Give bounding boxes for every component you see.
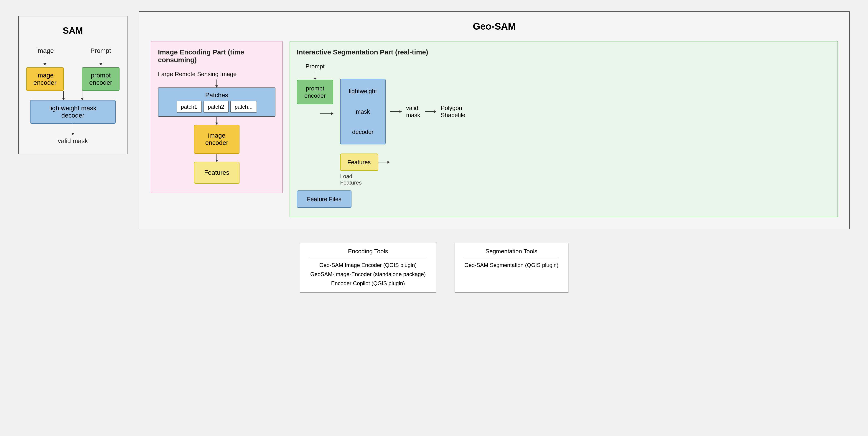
prompt-encoder-box: prompt encoder: [82, 67, 120, 91]
prompt-encoder-label: prompt encoder: [89, 72, 112, 86]
sam-content: Image image encoder Prompt: [30, 47, 116, 145]
seg-prompt-encoder-box: prompt encoder: [297, 80, 333, 104]
encoding-content: Large Remote Sensing Image Patches patch…: [158, 70, 275, 183]
seg-prompt-encoder-label: prompt encoder: [304, 85, 326, 99]
prompt-to-enc-arrow: [315, 72, 315, 80]
encoder-to-features-arrow: [216, 154, 217, 162]
features-row: Features: [340, 153, 390, 171]
encoding-tool-1: Geo-SAM Image Encoder (QGIS plugin): [309, 261, 427, 270]
seg-content: Prompt prompt encoder: [297, 63, 831, 208]
sam-inputs: Image image encoder Prompt: [26, 47, 120, 91]
seg-decoder-col: lightweight mask decoder: [340, 79, 466, 186]
mask-to-poly-arrow: [425, 111, 436, 112]
mask-decoder-label: lightweight mask decoder: [50, 105, 96, 119]
image-encoder-box: image encoder: [26, 67, 64, 91]
encoding-part: Image Encoding Part (time consuming) Lar…: [151, 41, 283, 193]
patch2: patch2: [204, 101, 228, 113]
encoding-tools-box: Encoding Tools Geo-SAM Image Encoder (QG…: [300, 243, 436, 293]
polygon-shapefile-label: Polygon Shapefile: [441, 105, 465, 119]
encoding-part-title: Image Encoding Part (time consuming): [158, 48, 275, 64]
valid-mask-col: valid mask: [406, 105, 420, 119]
seg-features-label: Features: [347, 159, 371, 166]
enc-image-encoder-label: image encoder: [205, 132, 228, 146]
seg-prompt-col: Prompt prompt encoder: [297, 63, 333, 114]
segmentation-part: Interactive Segmentation Part (real-time…: [289, 41, 838, 217]
encoding-tools-title: Encoding Tools: [309, 248, 427, 258]
patch3: patch...: [230, 101, 257, 113]
enc-features-label: Features: [204, 169, 229, 176]
lightweight-decoder-label: lightweight mask decoder: [349, 88, 377, 135]
large-rs-label: Large Remote Sensing Image: [158, 70, 237, 78]
segmentation-part-title: Interactive Segmentation Part (real-time…: [297, 48, 831, 56]
feature-files-label: Feature Files: [307, 196, 341, 203]
feature-files-section: Feature Files: [297, 191, 831, 208]
sam-image-input: Image image encoder: [26, 47, 64, 91]
image-label: Image: [36, 47, 54, 54]
decoder-row: lightweight mask decoder: [340, 79, 466, 144]
geosam-title: Geo-SAM: [151, 21, 838, 32]
decoder-to-mask-arrow: [390, 111, 402, 112]
valid-mask-node: valid mask: [406, 105, 420, 119]
sam-title: SAM: [30, 26, 116, 36]
segmentation-tool-1: Geo-SAM Segmentation (QGIS plugin): [464, 261, 559, 270]
sam-section: SAM Image image encoder Prompt: [18, 16, 127, 154]
d-to-m-line: [390, 111, 402, 112]
geosam-section: Geo-SAM Image Encoding Part (time consum…: [139, 11, 850, 229]
valid-mask-label: valid mask: [58, 137, 88, 145]
segmentation-tools-box: Segmentation Tools Geo-SAM Segmentation …: [455, 243, 568, 293]
m-to-p-line: [425, 111, 436, 112]
segmentation-tools-title: Segmentation Tools: [464, 248, 559, 258]
patches-title: Patches: [163, 92, 271, 99]
seg-top: Prompt prompt encoder: [297, 63, 831, 186]
mask-decoder-box: lightweight mask decoder: [30, 100, 116, 124]
enc-to-dec-line: [320, 113, 333, 114]
rs-to-patches-arrow: [216, 80, 217, 87]
enc-image-encoder-box: image encoder: [194, 125, 240, 154]
top-row: SAM Image image encoder Prompt: [18, 11, 850, 229]
lightweight-decoder-box: lightweight mask decoder: [340, 79, 385, 144]
feature-files-box: Feature Files: [297, 191, 351, 208]
load-features-label: Load Features: [340, 173, 362, 186]
output-arrow: [73, 124, 73, 135]
sam-prompt-input: Prompt prompt encoder: [82, 47, 120, 91]
converging-arrows: [63, 91, 83, 100]
prompt-label: Prompt: [90, 47, 111, 54]
patch1: patch1: [177, 101, 202, 113]
patches-to-encoder-arrow: [216, 117, 217, 125]
enc-features-box: Features: [194, 162, 240, 183]
bottom-tools: Encoding Tools Geo-SAM Image Encoder (QG…: [18, 243, 850, 293]
patches-box: Patches patch1 patch2 patch...: [158, 87, 275, 117]
encoding-tool-3: Encoder Copilot (QGIS plugin): [309, 279, 427, 288]
geosam-parts: Image Encoding Part (time consuming) Lar…: [151, 41, 838, 217]
full-diagram: SAM Image image encoder Prompt: [0, 0, 868, 436]
seg-features-box: Features: [340, 153, 378, 171]
image-encoder-label: image encoder: [33, 72, 57, 86]
patches-row: patch1 patch2 patch...: [163, 101, 271, 113]
encoding-tool-2: GeoSAM-Image-Encoder (standalone package…: [309, 270, 427, 279]
seg-prompt-label: Prompt: [306, 63, 324, 70]
features-to-decoder-line: [378, 162, 390, 163]
enc-to-decoder-arrow: [320, 113, 333, 114]
